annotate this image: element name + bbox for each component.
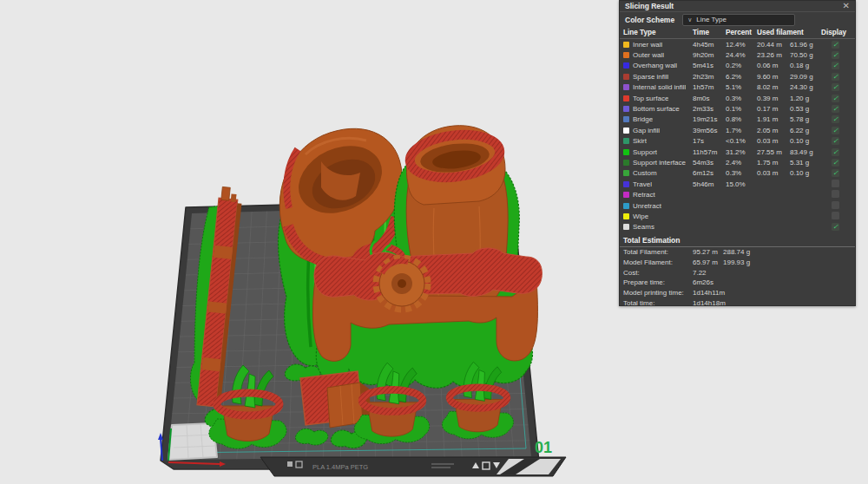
row-used-m: 0.03 m <box>757 137 790 145</box>
row-label: Wipe <box>633 213 648 220</box>
row-used-g: 6.22 g <box>790 127 821 134</box>
row-time: 5m41s <box>693 62 726 69</box>
panel-title-bar[interactable]: Slicing Result ✕ <box>620 1 855 12</box>
table-row: Gap infill39m56s1.7%2.05 m6.22 g <box>620 125 855 135</box>
row-time: 4h45m <box>693 41 726 49</box>
row-time: 39m56s <box>693 127 726 134</box>
table-row: Custom6m12s0.3%0.03 m0.10 g <box>620 168 855 179</box>
table-row: Overhang wall5m41s0.2%0.06 m0.18 g <box>620 61 855 71</box>
row-percent: 5.1% <box>726 83 757 91</box>
display-checkbox[interactable] <box>832 190 839 198</box>
row-label: Top surface <box>633 95 668 102</box>
row-used-g: 1.20 g <box>790 95 821 102</box>
color-scheme-label: Color Scheme <box>625 16 674 24</box>
row-percent: 12.4% <box>726 41 757 49</box>
close-icon[interactable]: ✕ <box>843 2 850 10</box>
row-label: Seams <box>633 223 654 231</box>
row-time: 5h46m <box>693 180 726 188</box>
row-used-g: 61.96 g <box>790 41 821 49</box>
row-percent: 0.1% <box>726 105 757 113</box>
color-scheme-row: Color Scheme ∨ Line Type <box>620 12 855 27</box>
display-checkbox[interactable] <box>832 95 839 102</box>
row-used-g: 0.10 g <box>790 169 821 177</box>
row-time: 1h57m <box>693 83 726 91</box>
row-percent: 15.0% <box>726 180 757 188</box>
display-checkbox[interactable] <box>832 223 839 231</box>
swatch <box>623 138 629 144</box>
swatch <box>623 62 629 69</box>
table-row: Support interface54m3s2.4%1.75 m5.31 g <box>620 157 855 167</box>
table-row: Travel5h46m15.0% <box>620 179 855 189</box>
row-used-m: 20.44 m <box>757 41 790 49</box>
row-percent: 2.4% <box>726 159 757 167</box>
swatch <box>623 52 629 58</box>
row-label: Unretract <box>633 202 661 210</box>
table-row: Bridge19m21s0.8%1.91 m5.78 g <box>620 114 855 125</box>
total-row: Cost:7.22 <box>620 267 855 278</box>
row-percent: 0.8% <box>726 115 757 123</box>
table-row: Outer wall9h20m24.4%23.26 m70.50 g <box>620 49 855 60</box>
row-used-g: 0.18 g <box>790 62 821 69</box>
display-checkbox[interactable] <box>832 41 839 49</box>
color-scheme-value: Line Type <box>696 16 727 23</box>
swatch <box>623 42 629 48</box>
row-used-g: 0.53 g <box>790 105 821 113</box>
table-row: Skirt17s<0.1%0.03 m0.10 g <box>620 136 855 147</box>
row-used-m: 0.06 m <box>757 62 790 69</box>
display-checkbox[interactable] <box>832 148 839 156</box>
table-row: Bottom surface2m33s0.1%0.17 m0.53 g <box>620 103 855 114</box>
row-used-m: 1.91 m <box>757 115 790 123</box>
row-label: Support <box>633 148 657 156</box>
plate-number-label[interactable]: 01 <box>535 439 552 456</box>
row-used-g: 83.49 g <box>790 148 821 156</box>
row-percent: <0.1% <box>726 137 757 145</box>
total-row: Total time:1d14h18m <box>620 298 855 308</box>
total-value-1: 1d14h11m <box>693 289 723 297</box>
row-label: Bottom surface <box>633 105 680 113</box>
row-used-m: 8.02 m <box>757 83 790 91</box>
display-checkbox[interactable] <box>832 51 839 59</box>
display-checkbox[interactable] <box>832 212 839 219</box>
display-checkbox[interactable] <box>832 62 839 69</box>
plate-marker-strip: PLA 1.4MPa PETG <box>260 457 566 476</box>
total-value-1: 6m26s <box>693 278 723 286</box>
row-used-m: 0.17 m <box>757 105 790 113</box>
total-value-2: 288.74 g <box>723 248 852 256</box>
total-label: Cost: <box>623 269 693 277</box>
swatch <box>623 116 629 122</box>
total-label: Model Filament: <box>623 258 693 266</box>
total-label: Total time: <box>623 299 693 307</box>
row-used-m: 23.26 m <box>757 51 790 59</box>
row-time: 11h57m <box>693 148 726 156</box>
display-checkbox[interactable] <box>832 115 839 123</box>
model-bone[interactable] <box>312 241 542 388</box>
row-used-g: 0.10 g <box>790 137 821 145</box>
display-checkbox[interactable] <box>832 105 839 113</box>
display-checkbox[interactable] <box>832 73 839 81</box>
row-time: 2h23m <box>693 73 726 81</box>
color-scheme-dropdown[interactable]: ∨ Line Type <box>682 14 795 26</box>
row-percent: 24.4% <box>726 51 757 59</box>
display-checkbox[interactable] <box>832 169 839 177</box>
table-row: Top surface8m0s0.3%0.39 m1.20 g <box>620 93 855 103</box>
table-row: Support11h57m31.2%27.55 m83.49 g <box>620 147 855 157</box>
swatch <box>623 213 629 219</box>
col-time: Time <box>693 29 726 36</box>
swatch <box>623 170 629 176</box>
display-checkbox[interactable] <box>832 180 839 187</box>
display-checkbox[interactable] <box>832 83 839 91</box>
row-used-m: 2.05 m <box>757 127 790 134</box>
row-used-g: 24.30 g <box>790 83 821 91</box>
table-row: Internal solid infill1h57m5.1%8.02 m24.3… <box>620 82 855 93</box>
swatch <box>623 74 629 80</box>
display-checkbox[interactable] <box>832 201 839 209</box>
col-line-type: Line Type <box>623 29 693 36</box>
row-used-m: 27.55 m <box>757 148 790 156</box>
swatch <box>623 203 629 209</box>
display-checkbox[interactable] <box>832 137 839 145</box>
row-label: Travel <box>633 180 652 188</box>
chevron-down-icon: ∨ <box>687 16 692 23</box>
display-checkbox[interactable] <box>832 159 839 167</box>
swatch <box>623 106 629 112</box>
display-checkbox[interactable] <box>832 127 839 134</box>
